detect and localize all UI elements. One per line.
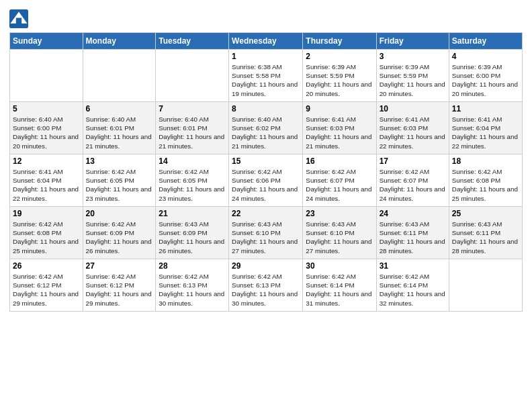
day-info: Sunrise: 6:42 AMSunset: 6:12 PMDaylight:… <box>86 272 153 308</box>
weekday-header-tuesday: Tuesday <box>156 33 229 50</box>
day-info: Sunrise: 6:43 AMSunset: 6:10 PMDaylight:… <box>232 220 300 255</box>
weekday-header-friday: Friday <box>376 33 449 50</box>
day-number: 11 <box>452 104 519 113</box>
calendar-cell: 6Sunrise: 6:40 AMSunset: 6:01 PMDaylight… <box>83 102 156 154</box>
day-number: 8 <box>232 104 300 113</box>
day-info: Sunrise: 6:42 AMSunset: 6:05 PMDaylight:… <box>159 167 226 203</box>
calendar-cell: 15Sunrise: 6:42 AMSunset: 6:06 PMDayligh… <box>229 154 303 207</box>
day-number: 6 <box>86 104 153 113</box>
calendar-cell: 17Sunrise: 6:42 AMSunset: 6:07 PMDayligh… <box>376 154 449 207</box>
calendar-cell: 16Sunrise: 6:42 AMSunset: 6:07 PMDayligh… <box>303 154 376 207</box>
day-info: Sunrise: 6:40 AMSunset: 6:00 PMDaylight:… <box>13 115 80 150</box>
day-info: Sunrise: 6:42 AMSunset: 6:07 PMDaylight:… <box>380 167 446 203</box>
day-number: 27 <box>86 261 153 271</box>
day-number: 4 <box>452 52 519 61</box>
logo <box>9 9 31 28</box>
calendar-cell: 26Sunrise: 6:42 AMSunset: 6:12 PMDayligh… <box>10 259 83 312</box>
day-info: Sunrise: 6:40 AMSunset: 6:01 PMDaylight:… <box>86 115 153 150</box>
calendar-cell: 9Sunrise: 6:41 AMSunset: 6:03 PMDaylight… <box>303 102 376 154</box>
calendar-cell <box>10 50 83 102</box>
calendar-cell: 14Sunrise: 6:42 AMSunset: 6:05 PMDayligh… <box>156 154 229 207</box>
calendar-cell: 8Sunrise: 6:40 AMSunset: 6:02 PMDaylight… <box>229 102 303 154</box>
day-number: 24 <box>380 209 446 218</box>
calendar-cell <box>449 259 522 312</box>
day-info: Sunrise: 6:42 AMSunset: 6:06 PMDaylight:… <box>232 167 300 203</box>
calendar-cell: 1Sunrise: 6:38 AMSunset: 5:58 PMDaylight… <box>229 50 303 102</box>
calendar-cell: 31Sunrise: 6:42 AMSunset: 6:14 PMDayligh… <box>376 259 449 312</box>
day-number: 31 <box>380 261 446 271</box>
calendar-cell: 2Sunrise: 6:39 AMSunset: 5:59 PMDaylight… <box>303 50 376 102</box>
day-number: 15 <box>232 156 300 166</box>
day-info: Sunrise: 6:42 AMSunset: 6:05 PMDaylight:… <box>86 167 153 203</box>
day-number: 5 <box>13 104 80 113</box>
generalblue-logo-icon <box>9 9 28 28</box>
calendar-cell: 28Sunrise: 6:42 AMSunset: 6:13 PMDayligh… <box>156 259 229 312</box>
calendar-cell: 23Sunrise: 6:43 AMSunset: 6:10 PMDayligh… <box>303 207 376 259</box>
calendar-header-row: SundayMondayTuesdayWednesdayThursdayFrid… <box>10 33 523 50</box>
day-info: Sunrise: 6:43 AMSunset: 6:11 PMDaylight:… <box>452 220 519 255</box>
calendar-cell: 20Sunrise: 6:42 AMSunset: 6:09 PMDayligh… <box>83 207 156 259</box>
calendar-cell: 21Sunrise: 6:43 AMSunset: 6:09 PMDayligh… <box>156 207 229 259</box>
calendar-cell <box>156 50 229 102</box>
day-info: Sunrise: 6:41 AMSunset: 6:03 PMDaylight:… <box>380 115 446 150</box>
day-number: 7 <box>159 104 226 113</box>
day-info: Sunrise: 6:42 AMSunset: 6:12 PMDaylight:… <box>13 272 80 308</box>
day-number: 25 <box>452 209 519 218</box>
day-info: Sunrise: 6:39 AMSunset: 5:59 PMDaylight:… <box>380 62 446 98</box>
calendar-cell: 11Sunrise: 6:41 AMSunset: 6:04 PMDayligh… <box>449 102 522 154</box>
calendar-cell: 18Sunrise: 6:42 AMSunset: 6:08 PMDayligh… <box>449 154 522 207</box>
weekday-header-monday: Monday <box>83 33 156 50</box>
day-number: 21 <box>159 209 226 218</box>
day-info: Sunrise: 6:43 AMSunset: 6:11 PMDaylight:… <box>380 220 446 255</box>
day-number: 14 <box>159 156 226 166</box>
day-number: 23 <box>306 209 373 218</box>
day-number: 29 <box>232 261 300 271</box>
day-info: Sunrise: 6:42 AMSunset: 6:07 PMDaylight:… <box>306 167 373 203</box>
calendar-cell: 27Sunrise: 6:42 AMSunset: 6:12 PMDayligh… <box>83 259 156 312</box>
day-number: 10 <box>380 104 446 113</box>
calendar-week-1: 1Sunrise: 6:38 AMSunset: 5:58 PMDaylight… <box>10 50 523 102</box>
day-number: 26 <box>13 261 80 271</box>
day-info: Sunrise: 6:42 AMSunset: 6:13 PMDaylight:… <box>232 272 300 308</box>
day-number: 30 <box>306 261 373 271</box>
day-info: Sunrise: 6:42 AMSunset: 6:08 PMDaylight:… <box>13 220 80 255</box>
calendar-week-4: 19Sunrise: 6:42 AMSunset: 6:08 PMDayligh… <box>10 207 523 259</box>
day-number: 22 <box>232 209 300 218</box>
weekday-header-sunday: Sunday <box>10 33 83 50</box>
calendar-cell: 24Sunrise: 6:43 AMSunset: 6:11 PMDayligh… <box>376 207 449 259</box>
day-number: 19 <box>13 209 80 218</box>
day-info: Sunrise: 6:42 AMSunset: 6:14 PMDaylight:… <box>306 272 373 308</box>
calendar-cell: 7Sunrise: 6:40 AMSunset: 6:01 PMDaylight… <box>156 102 229 154</box>
day-number: 9 <box>306 104 373 113</box>
day-number: 28 <box>159 261 226 271</box>
calendar-cell: 13Sunrise: 6:42 AMSunset: 6:05 PMDayligh… <box>83 154 156 207</box>
svg-rect-2 <box>16 18 21 25</box>
day-info: Sunrise: 6:41 AMSunset: 6:03 PMDaylight:… <box>306 115 373 150</box>
day-info: Sunrise: 6:43 AMSunset: 6:10 PMDaylight:… <box>306 220 373 255</box>
calendar-cell: 10Sunrise: 6:41 AMSunset: 6:03 PMDayligh… <box>376 102 449 154</box>
day-number: 20 <box>86 209 153 218</box>
day-info: Sunrise: 6:42 AMSunset: 6:08 PMDaylight:… <box>452 167 519 203</box>
page-container: SundayMondayTuesdayWednesdayThursdayFrid… <box>0 0 532 317</box>
day-info: Sunrise: 6:39 AMSunset: 5:59 PMDaylight:… <box>306 62 373 98</box>
day-info: Sunrise: 6:41 AMSunset: 6:04 PMDaylight:… <box>452 115 519 150</box>
day-info: Sunrise: 6:40 AMSunset: 6:01 PMDaylight:… <box>159 115 226 150</box>
day-number: 17 <box>380 156 446 166</box>
day-number: 16 <box>306 156 373 166</box>
calendar-week-3: 12Sunrise: 6:41 AMSunset: 6:04 PMDayligh… <box>10 154 523 207</box>
day-info: Sunrise: 6:40 AMSunset: 6:02 PMDaylight:… <box>232 115 300 150</box>
day-info: Sunrise: 6:42 AMSunset: 6:13 PMDaylight:… <box>159 272 226 308</box>
day-info: Sunrise: 6:41 AMSunset: 6:04 PMDaylight:… <box>13 167 80 203</box>
weekday-header-wednesday: Wednesday <box>229 33 303 50</box>
calendar-cell: 25Sunrise: 6:43 AMSunset: 6:11 PMDayligh… <box>449 207 522 259</box>
day-number: 2 <box>306 52 373 61</box>
calendar-cell: 29Sunrise: 6:42 AMSunset: 6:13 PMDayligh… <box>229 259 303 312</box>
calendar-cell: 12Sunrise: 6:41 AMSunset: 6:04 PMDayligh… <box>10 154 83 207</box>
day-number: 13 <box>86 156 153 166</box>
calendar-cell: 3Sunrise: 6:39 AMSunset: 5:59 PMDaylight… <box>376 50 449 102</box>
day-info: Sunrise: 6:42 AMSunset: 6:09 PMDaylight:… <box>86 220 153 255</box>
calendar-cell: 22Sunrise: 6:43 AMSunset: 6:10 PMDayligh… <box>229 207 303 259</box>
weekday-header-saturday: Saturday <box>449 33 522 50</box>
day-info: Sunrise: 6:38 AMSunset: 5:58 PMDaylight:… <box>232 62 300 98</box>
day-info: Sunrise: 6:39 AMSunset: 6:00 PMDaylight:… <box>452 62 519 98</box>
